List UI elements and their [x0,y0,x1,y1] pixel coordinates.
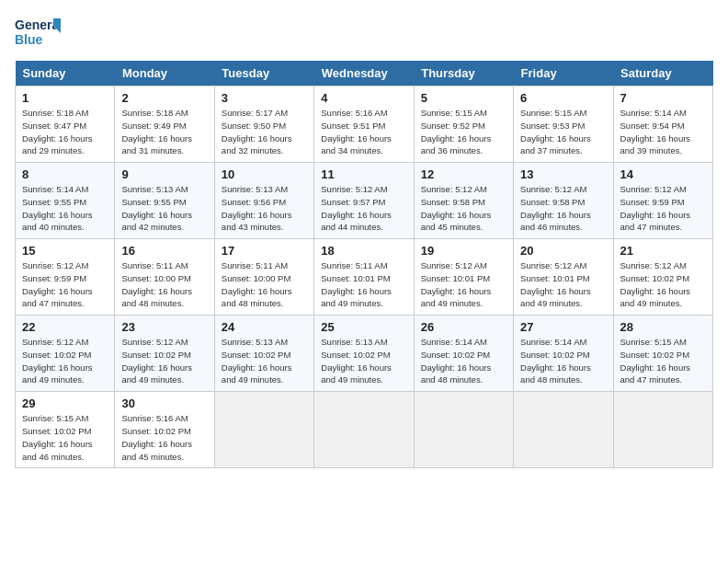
day-number: 3 [222,91,307,105]
day-cell: 14Sunrise: 5:12 AMSunset: 9:59 PMDayligh… [613,163,712,239]
day-cell [214,392,313,468]
day-cell: 1Sunrise: 5:18 AMSunset: 9:47 PMDaylight… [16,86,115,163]
day-cell: 30Sunrise: 5:16 AMSunset: 10:02 PMDaylig… [115,392,214,468]
day-cell: 11Sunrise: 5:12 AMSunset: 9:57 PMDayligh… [314,163,414,239]
day-number: 25 [321,320,406,334]
day-number: 13 [520,167,606,181]
page-wrapper: General Blue Sunday Monday Tuesday Wedne… [15,15,713,468]
day-number: 11 [321,167,406,181]
day-cell: 20Sunrise: 5:12 AMSunset: 10:01 PMDaylig… [514,239,613,316]
day-info: Sunrise: 5:14 AMSunset: 10:02 PMDaylight… [520,336,606,386]
day-cell: 3Sunrise: 5:17 AMSunset: 9:50 PMDaylight… [214,86,313,163]
col-friday: Friday [514,61,613,86]
day-info: Sunrise: 5:12 AMSunset: 10:01 PMDaylight… [421,259,506,310]
day-number: 16 [121,244,207,258]
calendar-table: Sunday Monday Tuesday Wednesday Thursday… [15,61,713,468]
day-cell: 8Sunrise: 5:14 AMSunset: 9:55 PMDaylight… [16,163,115,239]
day-info: Sunrise: 5:11 AMSunset: 10:01 PMDaylight… [321,259,406,310]
logo-svg: General Blue [15,15,61,53]
day-cell [314,392,414,468]
header-row: Sunday Monday Tuesday Wednesday Thursday… [16,61,713,86]
day-cell: 25Sunrise: 5:13 AMSunset: 10:02 PMDaylig… [314,316,414,392]
day-info: Sunrise: 5:12 AMSunset: 10:02 PMDaylight… [620,259,706,310]
day-number: 23 [121,320,207,334]
col-wednesday: Wednesday [314,61,414,86]
day-info: Sunrise: 5:12 AMSunset: 10:02 PMDaylight… [22,336,108,386]
day-number: 28 [620,320,706,334]
col-thursday: Thursday [414,61,513,86]
day-info: Sunrise: 5:14 AMSunset: 9:54 PMDaylight:… [620,107,706,157]
day-cell: 28Sunrise: 5:15 AMSunset: 10:02 PMDaylig… [613,316,712,392]
week-row-5: 29Sunrise: 5:15 AMSunset: 10:02 PMDaylig… [16,392,713,468]
day-number: 8 [22,167,108,181]
day-number: 27 [520,320,606,334]
day-info: Sunrise: 5:12 AMSunset: 9:57 PMDaylight:… [321,183,406,234]
day-info: Sunrise: 5:18 AMSunset: 9:49 PMDaylight:… [121,107,207,157]
day-cell: 18Sunrise: 5:11 AMSunset: 10:01 PMDaylig… [314,239,414,316]
day-info: Sunrise: 5:14 AMSunset: 9:55 PMDaylight:… [22,183,108,234]
svg-text:Blue: Blue [15,32,43,47]
week-row-2: 8Sunrise: 5:14 AMSunset: 9:55 PMDaylight… [16,163,713,239]
day-number: 19 [421,244,506,258]
day-info: Sunrise: 5:13 AMSunset: 9:56 PMDaylight:… [222,183,307,234]
day-cell: 6Sunrise: 5:15 AMSunset: 9:53 PMDaylight… [514,86,613,163]
day-number: 6 [520,91,606,105]
day-cell [414,392,513,468]
day-cell: 19Sunrise: 5:12 AMSunset: 10:01 PMDaylig… [414,239,513,316]
day-info: Sunrise: 5:15 AMSunset: 9:53 PMDaylight:… [520,107,606,157]
day-number: 18 [321,244,406,258]
day-number: 7 [620,91,706,105]
header: General Blue [15,15,713,53]
day-info: Sunrise: 5:17 AMSunset: 9:50 PMDaylight:… [222,107,307,157]
day-number: 14 [620,167,706,181]
day-cell: 13Sunrise: 5:12 AMSunset: 9:58 PMDayligh… [514,163,613,239]
day-info: Sunrise: 5:11 AMSunset: 10:00 PMDaylight… [121,259,207,310]
day-number: 21 [620,244,706,258]
day-info: Sunrise: 5:15 AMSunset: 10:02 PMDaylight… [22,412,108,463]
day-cell: 5Sunrise: 5:15 AMSunset: 9:52 PMDaylight… [414,86,513,163]
day-number: 20 [520,244,606,258]
day-cell: 17Sunrise: 5:11 AMSunset: 10:00 PMDaylig… [214,239,313,316]
day-cell: 7Sunrise: 5:14 AMSunset: 9:54 PMDaylight… [613,86,712,163]
day-number: 12 [421,167,506,181]
day-info: Sunrise: 5:13 AMSunset: 10:02 PMDaylight… [321,336,406,386]
day-info: Sunrise: 5:11 AMSunset: 10:00 PMDaylight… [222,259,307,310]
day-number: 10 [222,167,307,181]
day-info: Sunrise: 5:12 AMSunset: 9:59 PMDaylight:… [22,259,108,310]
day-cell: 29Sunrise: 5:15 AMSunset: 10:02 PMDaylig… [16,392,115,468]
day-cell [514,392,613,468]
day-cell: 21Sunrise: 5:12 AMSunset: 10:02 PMDaylig… [613,239,712,316]
day-info: Sunrise: 5:18 AMSunset: 9:47 PMDaylight:… [22,107,108,157]
day-info: Sunrise: 5:12 AMSunset: 9:59 PMDaylight:… [620,183,706,234]
col-saturday: Saturday [613,61,712,86]
day-cell: 12Sunrise: 5:12 AMSunset: 9:58 PMDayligh… [414,163,513,239]
day-info: Sunrise: 5:14 AMSunset: 10:02 PMDaylight… [421,336,506,386]
day-number: 17 [222,244,307,258]
day-cell: 9Sunrise: 5:13 AMSunset: 9:55 PMDaylight… [115,163,214,239]
day-cell: 26Sunrise: 5:14 AMSunset: 10:02 PMDaylig… [414,316,513,392]
day-cell: 27Sunrise: 5:14 AMSunset: 10:02 PMDaylig… [514,316,613,392]
col-sunday: Sunday [16,61,115,86]
day-number: 29 [22,396,108,410]
day-info: Sunrise: 5:15 AMSunset: 10:02 PMDaylight… [620,336,706,386]
week-row-4: 22Sunrise: 5:12 AMSunset: 10:02 PMDaylig… [16,316,713,392]
day-cell: 24Sunrise: 5:13 AMSunset: 10:02 PMDaylig… [214,316,313,392]
day-cell: 15Sunrise: 5:12 AMSunset: 9:59 PMDayligh… [16,239,115,316]
col-tuesday: Tuesday [214,61,313,86]
day-cell: 23Sunrise: 5:12 AMSunset: 10:02 PMDaylig… [115,316,214,392]
col-monday: Monday [115,61,214,86]
day-number: 4 [321,91,406,105]
day-number: 15 [22,244,108,258]
day-info: Sunrise: 5:12 AMSunset: 9:58 PMDaylight:… [421,183,506,234]
day-number: 9 [121,167,207,181]
day-number: 30 [121,396,207,410]
day-info: Sunrise: 5:12 AMSunset: 9:58 PMDaylight:… [520,183,606,234]
day-cell: 22Sunrise: 5:12 AMSunset: 10:02 PMDaylig… [16,316,115,392]
day-info: Sunrise: 5:15 AMSunset: 9:52 PMDaylight:… [421,107,506,157]
day-number: 2 [121,91,207,105]
day-number: 1 [22,91,108,105]
day-info: Sunrise: 5:13 AMSunset: 9:55 PMDaylight:… [121,183,207,234]
day-number: 5 [421,91,506,105]
day-info: Sunrise: 5:13 AMSunset: 10:02 PMDaylight… [222,336,307,386]
day-number: 26 [421,320,506,334]
